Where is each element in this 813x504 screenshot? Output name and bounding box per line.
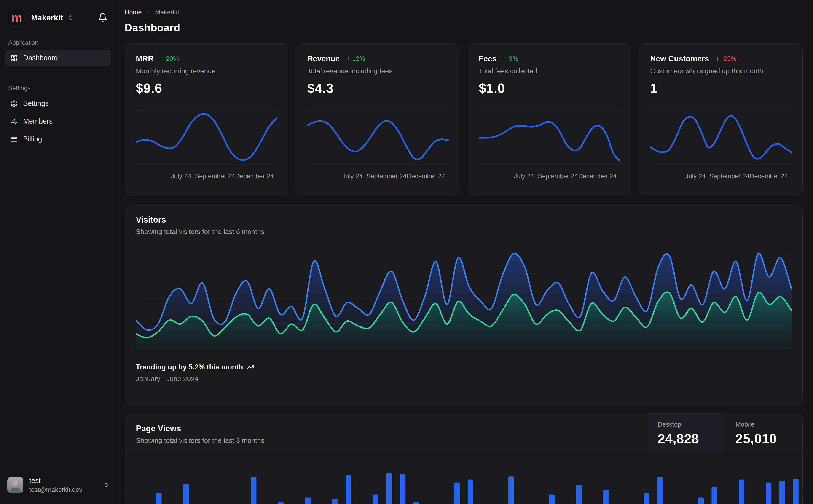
tab-desktop[interactable]: Desktop 24,828: [647, 413, 725, 454]
user-name: test: [29, 477, 82, 485]
makerkit-logo[interactable]: m: [8, 9, 26, 27]
stat-value: $4.3: [307, 80, 449, 96]
sidebar: m Makerkit Application Dashboard Setting…: [0, 0, 117, 504]
stat-title: Revenue: [307, 54, 340, 63]
sidebar-item-label: Settings: [23, 99, 49, 108]
team-selector[interactable]: Makerkit: [31, 13, 74, 22]
page-views-title: Page Views: [136, 424, 636, 433]
axis-tick: December 24: [750, 172, 788, 180]
axis-tick: July 24: [514, 172, 534, 180]
page-views-card: Page Views Showing total visitors for th…: [125, 413, 803, 504]
sidebar-item-label: Dashboard: [23, 54, 58, 62]
sparkline-axis: July 24 September 24 December 24: [650, 172, 792, 182]
stats-grid: MRR 20% Monthly recurring revenue $9.6 J…: [125, 43, 803, 196]
bell-icon: [98, 13, 107, 22]
nav-section-application: Application: [8, 39, 108, 46]
stat-card-mrr: MRR 20% Monthly recurring revenue $9.6 J…: [125, 43, 288, 196]
sidebar-item-members[interactable]: Members: [5, 113, 111, 129]
chevron-right-icon: [145, 9, 151, 15]
stat-value: 1: [650, 80, 792, 96]
notifications-button[interactable]: [96, 11, 109, 24]
revenue-sparkline-chart: [307, 109, 449, 166]
visitors-trend-label: Trending up by 5.2% this month: [136, 363, 243, 371]
stat-value: $9.6: [136, 80, 277, 96]
sidebar-item-settings[interactable]: Settings: [5, 95, 111, 111]
trend-badge: 9%: [503, 55, 518, 62]
sidebar-nav: Application Dashboard Settings Settings …: [5, 32, 111, 149]
breadcrumb: Home Makerkit: [125, 9, 803, 16]
page-title: Dashboard: [125, 21, 803, 34]
axis-tick: September 24: [538, 172, 578, 180]
tab-mobile[interactable]: Mobile 25,010: [725, 413, 802, 454]
tab-mobile-label: Mobile: [736, 421, 792, 428]
stat-subtitle: Customers who signed up this month: [650, 67, 792, 75]
breadcrumb-current[interactable]: Makerkit: [155, 9, 179, 16]
visitors-card: Visitors Showing total visitors for the …: [125, 204, 803, 405]
visitors-trend-row: Trending up by 5.2% this month: [136, 363, 792, 371]
page-views-header: Page Views Showing total visitors for th…: [125, 413, 802, 454]
trend-badge: 12%: [347, 55, 365, 62]
page-views-titles: Page Views Showing total visitors for th…: [125, 413, 647, 454]
layout-dashboard-icon: [11, 55, 18, 62]
fees-sparkline-chart: [479, 109, 620, 166]
axis-tick: September 24: [366, 172, 407, 180]
users-icon: [11, 118, 18, 125]
sidebar-item-dashboard[interactable]: Dashboard: [5, 50, 111, 66]
axis-tick: December 24: [407, 172, 445, 180]
stat-value: $1.0: [479, 80, 620, 96]
stat-card-revenue: Revenue 12% Total revenue including fees…: [296, 43, 460, 196]
visitors-title: Visitors: [136, 215, 792, 225]
mrr-sparkline-chart: [136, 109, 277, 166]
makerkit-logo-icon: m: [8, 9, 26, 27]
svg-text:m: m: [11, 11, 22, 24]
user-menu[interactable]: test test@makerkit.dev: [5, 474, 111, 496]
axis-tick: September 24: [195, 172, 235, 180]
sparkline-axis: July 24 September 24 December 24: [307, 172, 449, 182]
visitors-subtitle: Showing total visitors for the last 6 mo…: [136, 228, 792, 236]
sidebar-item-label: Members: [23, 117, 53, 125]
axis-tick: July 24: [171, 172, 191, 180]
sparkline-axis: July 24 September 24 December 24: [479, 172, 620, 182]
visitors-area-chart: [136, 248, 792, 349]
user-email: test@makerkit.dev: [29, 486, 82, 493]
sidebar-header: m Makerkit: [5, 7, 111, 28]
trending-up-icon: [247, 363, 254, 371]
axis-tick: July 24: [685, 172, 706, 180]
stat-title: Fees: [479, 54, 497, 63]
sparkline-axis: July 24 September 24 December 24: [136, 172, 277, 182]
trend-badge: -25%: [716, 55, 736, 62]
page-views-subtitle: Showing total visitors for the last 3 mo…: [136, 437, 636, 444]
nav-section-settings: Settings: [8, 85, 108, 92]
chevrons-up-down-icon: [103, 482, 109, 488]
tab-mobile-value: 25,010: [736, 431, 792, 446]
chevrons-up-down-icon: [67, 14, 74, 21]
visitors-period: January - June 2024: [136, 375, 792, 383]
axis-tick: December 24: [235, 172, 274, 180]
main-content: Home Makerkit Dashboard MRR 20% Monthly …: [117, 0, 813, 504]
axis-tick: September 24: [709, 172, 749, 180]
stat-subtitle: Monthly recurring revenue: [136, 67, 277, 75]
credit-card-icon: [11, 136, 18, 143]
stat-subtitle: Total revenue including fees: [307, 67, 449, 75]
user-avatar: [7, 477, 23, 493]
team-name: Makerkit: [31, 13, 63, 22]
tab-desktop-value: 24,828: [658, 431, 714, 446]
stat-subtitle: Total fees collected: [479, 67, 620, 75]
stat-card-fees: Fees 9% Total fees collected $1.0 July 2…: [468, 43, 632, 196]
user-meta: test test@makerkit.dev: [29, 477, 82, 493]
stat-title: MRR: [136, 54, 153, 63]
breadcrumb-home-link[interactable]: Home: [125, 9, 142, 16]
tab-desktop-label: Desktop: [658, 421, 714, 428]
sidebar-item-label: Billing: [23, 135, 42, 143]
stat-card-new-customers: New Customers -25% Customers who signed …: [639, 43, 803, 196]
trend-badge: 20%: [160, 55, 179, 62]
sidebar-item-billing[interactable]: Billing: [5, 131, 111, 147]
stat-title: New Customers: [650, 54, 709, 63]
axis-tick: July 24: [342, 172, 363, 180]
axis-tick: December 24: [578, 172, 617, 180]
gear-icon: [11, 100, 18, 107]
page-views-bar-chart: [125, 457, 802, 504]
new-customers-sparkline-chart: [650, 109, 792, 166]
